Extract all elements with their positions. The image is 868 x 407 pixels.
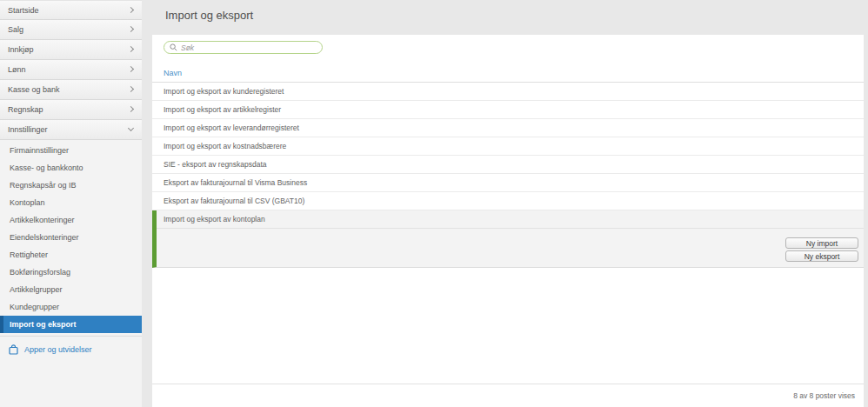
sidebar-apps-link[interactable]: Apper og utvidelser (0, 342, 142, 357)
sidebar-item-label: Startside (8, 6, 39, 15)
page-title: Import og eksport (165, 9, 253, 22)
sidebar-subitem-artikkelkonteringer[interactable]: Artikkelkonteringer (0, 211, 142, 229)
panel-footer: 8 av 8 poster vises (152, 384, 864, 407)
sidebar-subitem-artikkelgrupper[interactable]: Artikkelgrupper (0, 281, 142, 298)
selected-row-block: Import og eksport av kontoplan Ny import… (152, 210, 864, 268)
table-row[interactable]: SIE - eksport av regnskapsdata (152, 156, 864, 174)
chevron-right-icon (128, 7, 134, 13)
sidebar-subitem-eiendelskonteringer[interactable]: Eiendelskonteringer (0, 229, 142, 246)
sidebar-item-startside[interactable]: Startside (0, 0, 142, 20)
panel-spacer (152, 268, 864, 384)
new-export-button[interactable]: Ny eksport (785, 250, 858, 262)
chevron-down-icon (128, 125, 134, 131)
column-header-navn[interactable]: Navn (164, 69, 182, 77)
sidebar: Startside Salg Innkjøp Lønn Kasse og ban… (0, 0, 142, 407)
sidebar-subitem-kasse-og-bankkonto[interactable]: Kasse- og bankkonto (0, 159, 142, 177)
chevron-right-icon (128, 26, 134, 32)
sidebar-item-salg[interactable]: Salg (0, 20, 142, 40)
table-rows: Import og eksport av kunderegisteret Imp… (152, 83, 864, 210)
apps-link-label: Apper og utvidelser (24, 345, 92, 354)
sidebar-subitem-kontoplan[interactable]: Kontoplan (0, 194, 142, 211)
sidebar-subitem-bokforingsforslag[interactable]: Bokføringsforslag (0, 264, 142, 281)
table-row[interactable]: Import og eksport av kunderegisteret (152, 83, 864, 101)
chevron-right-icon (128, 66, 134, 72)
search-icon (170, 43, 177, 51)
sidebar-subitem-firmainnstillinger[interactable]: Firmainnstillinger (0, 142, 142, 159)
sidebar-item-label: Salg (8, 25, 23, 34)
sidebar-item-lonn[interactable]: Lønn (0, 60, 142, 80)
sidebar-main-nav: Startside Salg Innkjøp Lønn Kasse og ban… (0, 0, 142, 140)
sidebar-item-kasse-og-bank[interactable]: Kasse og bank (0, 80, 142, 100)
sidebar-divider (0, 336, 142, 337)
search-box[interactable] (164, 41, 323, 54)
shopping-bag-icon (9, 344, 18, 355)
search-input[interactable] (181, 43, 311, 52)
chevron-right-icon (128, 106, 134, 112)
sidebar-item-label: Innkjøp (8, 45, 34, 54)
content-panel: Navn Import og eksport av kunderegistere… (152, 35, 864, 407)
sidebar-subitem-import-og-eksport[interactable]: Import og eksport (0, 316, 142, 333)
table-row[interactable]: Import og eksport av leverandørregistere… (152, 119, 864, 137)
sidebar-subitem-regnskapsar-og-ib[interactable]: Regnskapsår og IB (0, 177, 142, 194)
sidebar-item-label: Lønn (8, 65, 26, 74)
row-actions: Ny import Ny eksport (157, 229, 864, 267)
app-window: Startside Salg Innkjøp Lønn Kasse og ban… (0, 0, 868, 407)
sidebar-item-regnskap[interactable]: Regnskap (0, 100, 142, 120)
chevron-right-icon (128, 86, 134, 92)
table-row[interactable]: Eksport av fakturajournal til Visma Busi… (152, 174, 864, 192)
table-row[interactable]: Eksport av fakturajournal til CSV (GBAT1… (152, 192, 864, 210)
sidebar-item-innstillinger[interactable]: Innstillinger (0, 120, 142, 140)
sidebar-item-innkjop[interactable]: Innkjøp (0, 40, 142, 60)
chevron-right-icon (128, 46, 134, 52)
sidebar-item-label: Innstillinger (8, 125, 48, 134)
table-row-selected[interactable]: Import og eksport av kontoplan (157, 210, 864, 229)
new-import-button[interactable]: Ny import (785, 237, 858, 249)
table-row[interactable]: Import og eksport av artikkelregister (152, 101, 864, 119)
table-header: Navn (152, 67, 864, 83)
sidebar-settings-subnav: Firmainnstillinger Kasse- og bankkonto R… (0, 140, 142, 333)
sidebar-subitem-kundegrupper[interactable]: Kundegrupper (0, 298, 142, 316)
sidebar-item-label: Kasse og bank (8, 85, 60, 94)
record-count: 8 av 8 poster vises (793, 391, 855, 400)
table-row[interactable]: Import og eksport av kostnadsbærere (152, 137, 864, 156)
sidebar-item-label: Regnskap (8, 105, 43, 114)
sidebar-subitem-rettigheter[interactable]: Rettigheter (0, 246, 142, 264)
search-area (152, 35, 864, 54)
